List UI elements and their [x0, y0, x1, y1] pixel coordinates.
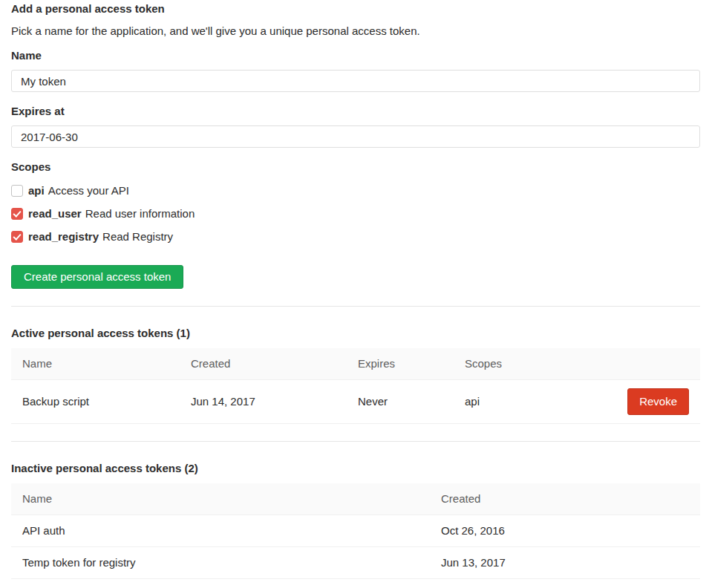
- column-header-scopes: Scopes: [454, 348, 551, 380]
- expires-form-group: Expires at: [11, 104, 700, 148]
- token-scopes-cell: api: [454, 380, 551, 424]
- token-name-cell: Temp token for registry: [11, 547, 430, 579]
- page-title: Add a personal access token: [11, 1, 700, 16]
- name-form-group: Name: [11, 48, 700, 92]
- token-created-cell: Jun 13, 2017: [430, 547, 700, 579]
- personal-access-tokens-page: Add a personal access token Pick a name …: [0, 0, 712, 588]
- name-label: Name: [11, 48, 700, 63]
- scope-read-user-name: read_user: [28, 206, 82, 221]
- scope-row-read-user: read_user Read user information: [11, 206, 700, 221]
- column-header-actions: [551, 348, 700, 380]
- scope-row-read-registry: read_registry Read Registry: [11, 229, 700, 244]
- scope-api-description: Access your API: [48, 183, 129, 198]
- revoke-button[interactable]: Revoke: [627, 388, 689, 415]
- token-expires-cell: Never: [347, 380, 454, 424]
- name-input[interactable]: [11, 70, 700, 92]
- scopes-label: Scopes: [11, 160, 700, 174]
- inactive-tokens-table: Name Created API auth Oct 26, 2016 Temp …: [11, 483, 700, 579]
- token-created-cell: Jun 14, 2017: [180, 380, 347, 424]
- token-actions-cell: Revoke: [551, 380, 700, 424]
- table-row: API auth Oct 26, 2016: [11, 515, 700, 547]
- scope-read-registry-description: Read Registry: [102, 229, 173, 244]
- section-divider: [11, 441, 700, 442]
- scope-api-name: api: [28, 183, 45, 198]
- scopes-form-group: Scopes api Access your API read_user Rea…: [11, 160, 700, 244]
- inactive-tokens-heading: Inactive personal access tokens (2): [11, 461, 700, 476]
- page-description: Pick a name for the application, and we'…: [11, 24, 700, 39]
- section-divider: [11, 306, 700, 307]
- table-row: Temp token for registry Jun 13, 2017: [11, 547, 700, 579]
- active-tokens-heading: Active personal access tokens (1): [11, 326, 700, 341]
- active-tokens-header-row: Name Created Expires Scopes: [11, 348, 700, 380]
- inactive-tokens-header-row: Name Created: [11, 483, 700, 515]
- scope-read-user-description: Read user information: [85, 206, 195, 221]
- column-header-name: Name: [11, 483, 430, 515]
- expires-at-label: Expires at: [11, 104, 700, 119]
- expires-at-input[interactable]: [11, 125, 700, 148]
- active-tokens-table: Name Created Expires Scopes Backup scrip…: [11, 348, 700, 424]
- column-header-created: Created: [430, 483, 700, 515]
- column-header-name: Name: [11, 348, 180, 380]
- token-name-cell: Backup script: [11, 380, 180, 424]
- table-row: Backup script Jun 14, 2017 Never api Rev…: [11, 380, 700, 424]
- scope-read-registry-checkbox[interactable]: [11, 231, 23, 243]
- column-header-created: Created: [180, 348, 347, 380]
- column-header-expires: Expires: [347, 348, 454, 380]
- scope-row-api: api Access your API: [11, 183, 700, 198]
- scope-read-registry-name: read_registry: [28, 229, 99, 244]
- token-name-cell: API auth: [11, 515, 430, 547]
- scope-read-user-checkbox[interactable]: [11, 208, 23, 220]
- token-created-cell: Oct 26, 2016: [430, 515, 700, 547]
- scope-api-checkbox[interactable]: [11, 185, 23, 197]
- create-personal-access-token-button[interactable]: Create personal access token: [11, 265, 183, 289]
